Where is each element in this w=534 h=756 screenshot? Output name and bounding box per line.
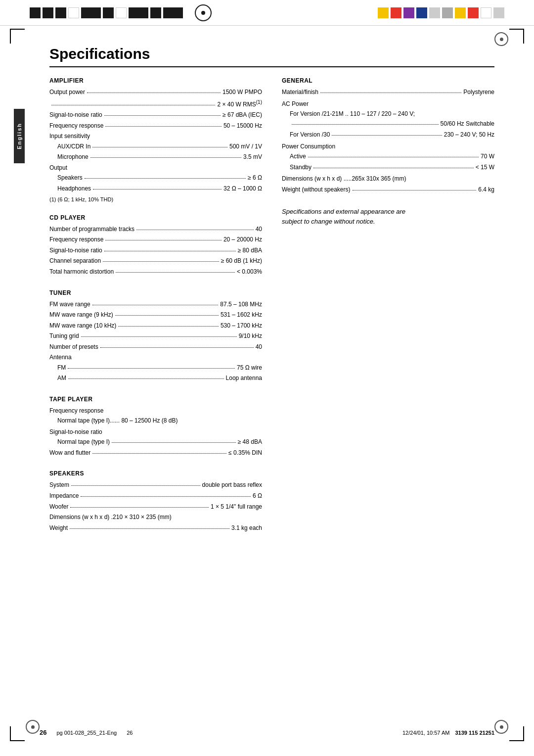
- speakers-section: SPEAKERS System double port bass reflex …: [49, 470, 262, 533]
- cd-value-tracks: 40: [256, 224, 262, 235]
- amp-label-speakers: Speakers: [57, 173, 83, 184]
- tuner-row-fm: FM wave range 87.5 – 108 MHz: [49, 299, 262, 310]
- tuner-value-am-ant: Loop antenna: [226, 373, 262, 384]
- tuner-dots-grid: [81, 336, 237, 337]
- tape-dots-snr-normal: [112, 442, 236, 443]
- amp-row-rms: 2 × 40 W RMS(1): [49, 98, 262, 110]
- general-ac-version30: For Version /30 230 – 240 V; 50 Hz: [282, 130, 494, 141]
- tuner-label-fm: FM wave range: [49, 299, 90, 310]
- general-dots-hz: [292, 124, 439, 125]
- speakers-label-woofer: Woofer: [49, 502, 68, 513]
- tuner-value-mw10: 530 – 1700 kHz: [221, 321, 262, 331]
- general-section: GENERAL Material/finish Polystyrene AC P…: [282, 77, 494, 195]
- speakers-value-system: double port bass reflex: [202, 480, 262, 491]
- notice-line1: Specifications and external appearance a…: [282, 208, 405, 215]
- tuner-dots-presets: [100, 347, 254, 348]
- cd-label-channel: Channel separation: [49, 256, 101, 267]
- tuner-label-fm-ant: FM: [57, 363, 66, 374]
- cd-dots-thd: [116, 272, 235, 273]
- cd-label-freq: Frequency response: [49, 235, 103, 245]
- footer-right: 12/24/01, 10:57 AM 3139 115 21251: [402, 730, 494, 736]
- english-tab: English: [14, 109, 25, 163]
- general-label-dimensions: Dimensions (w x h x d) .....: [282, 174, 352, 185]
- general-dots-active: [308, 157, 479, 157]
- main-content: Specifications AMPLIFIER Output power 15…: [10, 26, 534, 565]
- speakers-row-impedance: Impedance 6 Ω: [49, 491, 262, 502]
- general-value-dimensions: 265x 310x 365 (mm): [352, 174, 406, 185]
- tuner-label-grid: Tuning grid: [49, 331, 79, 342]
- tuner-row-grid: Tuning grid 9/10 kHz: [49, 331, 262, 342]
- speakers-value-woofer: 1 × 5 1/4" full range: [211, 502, 262, 513]
- tuner-row-presets: Number of presets 40: [49, 342, 262, 353]
- csq-red2: [468, 7, 479, 18]
- general-label-active: Active: [290, 151, 306, 162]
- general-label-version30: For Version /30: [290, 130, 330, 141]
- csq-gray3: [493, 7, 504, 18]
- general-dots-version30: [332, 135, 442, 136]
- amp-label-output-power: Output power: [49, 87, 85, 98]
- amp-row-headphones: Headphones 32 Ω – 1000 Ω: [49, 184, 262, 194]
- general-row-active: Active 70 W: [282, 151, 494, 162]
- general-dots-standby: [313, 168, 474, 168]
- footer-timestamp: 12/24/01, 10:57 AM: [402, 730, 449, 736]
- cd-player-title: CD PLAYER: [49, 214, 262, 221]
- circle-corner-top-right: [494, 32, 508, 46]
- general-value-active: 70 W: [481, 151, 494, 162]
- general-title: GENERAL: [282, 77, 494, 84]
- sq-wide1: [81, 7, 101, 18]
- amp-value-speakers: ≥ 6 Ω: [248, 173, 262, 184]
- tape-snr-header: Signal-to-noise ratio: [49, 427, 262, 437]
- amp-dots-snr: [104, 115, 221, 116]
- csq-purple: [403, 7, 414, 18]
- amp-value-freq: 50 – 15000 Hz: [223, 121, 262, 132]
- tape-player-section: TAPE PLAYER Frequency response Normal ta…: [49, 396, 262, 458]
- speakers-row-dimensions: Dimensions (w x h x d) . 210 × 310 × 235…: [49, 512, 262, 523]
- black-squares-left: [30, 7, 183, 18]
- cd-value-thd: < 0.003%: [237, 267, 262, 278]
- right-column: GENERAL Material/finish Polystyrene AC P…: [282, 77, 494, 545]
- csq-white: [481, 7, 491, 18]
- footer-file-info: pg 001-028_255_21-Eng: [56, 730, 117, 736]
- amp-footnote: (1) (6 Ω; 1 kHz, 10% THD): [49, 196, 262, 202]
- cd-row-tracks: Number of programmable tracks 40: [49, 224, 262, 235]
- tape-label-wow: Wow and flutter: [49, 448, 90, 459]
- csq-gray1: [429, 7, 440, 18]
- speakers-title: SPEAKERS: [49, 470, 262, 477]
- footer-page-center: 26: [127, 730, 133, 736]
- speakers-label-impedance: Impedance: [49, 491, 79, 502]
- cd-row-channel: Channel separation ≥ 60 dB (1 kHz): [49, 256, 262, 267]
- tuner-antenna-header: Antenna: [49, 352, 262, 362]
- cd-row-freq: Frequency response 20 – 20000 Hz: [49, 235, 262, 245]
- amplifier-title: AMPLIFIER: [49, 77, 262, 84]
- amp-dots-aux: [92, 147, 227, 147]
- general-value-standby: < 15 W: [476, 162, 494, 173]
- csq-gray2: [442, 7, 453, 18]
- tuner-row-mw10: MW wave range (10 kHz) 530 – 1700 kHz: [49, 321, 262, 331]
- speakers-row-weight: Weight 3.1 kg each: [49, 523, 262, 534]
- general-ac-version21: For Version /21-21M .. 110 – 127 / 220 –…: [282, 109, 494, 119]
- general-row-weight: Weight (without speakers) 6.4 kg: [282, 185, 494, 195]
- notice-text: Specifications and external appearance a…: [282, 207, 410, 226]
- tuner-row-am-ant: AM Loop antenna: [49, 373, 262, 384]
- two-column-layout: AMPLIFIER Output power 1500 W PMPO 2 × 4…: [49, 77, 494, 545]
- general-row-material: Material/finish Polystyrene: [282, 87, 494, 98]
- sq-white1: [68, 7, 79, 18]
- sq2: [43, 7, 53, 18]
- footer-left: 26 pg 001-028_255_21-Eng 26: [40, 729, 133, 736]
- general-dots-weight: [353, 190, 477, 190]
- speakers-dots-woofer: [70, 507, 209, 508]
- tuner-dots-am-ant: [68, 378, 224, 379]
- tape-row-snr-normal: Normal tape (type I) ≥ 48 dBA: [49, 437, 262, 448]
- speakers-row-woofer: Woofer 1 × 5 1/4" full range: [49, 502, 262, 513]
- sq3: [55, 7, 66, 18]
- cd-row-thd: Total harmonic distortion < 0.003%: [49, 267, 262, 278]
- amp-dots-speakers: [85, 178, 246, 179]
- amp-row-freq: Frequency response 50 – 15000 Hz: [49, 121, 262, 132]
- tape-value-wow: ≤ 0.35% DIN: [228, 448, 262, 459]
- cd-dots-freq: [105, 240, 222, 240]
- amp-dots-freq: [105, 126, 222, 127]
- cd-label-snr: Signal-to-noise ratio: [49, 245, 102, 256]
- general-ac-header: AC Power: [282, 99, 494, 109]
- page-footer: 26 pg 001-028_255_21-Eng 26 12/24/01, 10…: [0, 729, 534, 736]
- amp-value-output-power: 1500 W PMPO: [222, 87, 262, 98]
